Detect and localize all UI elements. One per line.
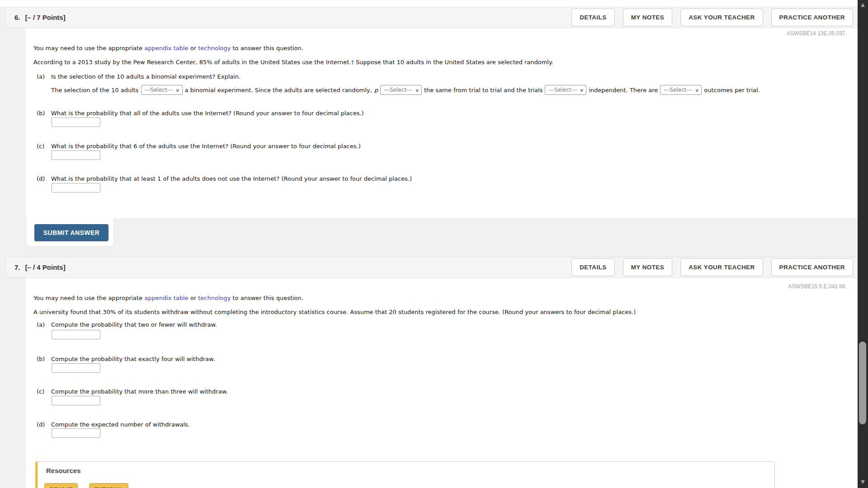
previous-question-bottom bbox=[0, 0, 858, 7]
select-value: ---Select--- bbox=[145, 86, 173, 94]
is-binomial-select[interactable]: ---Select---∨ bbox=[141, 85, 183, 95]
part-b: (b)What is the probability that all of t… bbox=[37, 109, 364, 117]
part-a: (a)Is the selection of the 10 adults a b… bbox=[37, 73, 241, 80]
select-value: ---Select--- bbox=[548, 86, 577, 94]
question-7-toolbar: DETAILS MY NOTES ASK YOUR TEACHER PRACTI… bbox=[571, 258, 853, 276]
technology-link[interactable]: technology bbox=[198, 295, 231, 301]
question-number: 7. bbox=[14, 263, 20, 271]
practice-another-button[interactable]: PRACTICE ANOTHER bbox=[771, 258, 853, 276]
part-b: (b)Compute the probability that exactly … bbox=[37, 355, 215, 363]
my-notes-button[interactable]: MY NOTES bbox=[623, 258, 672, 276]
question-points: [– / 7 Points] bbox=[25, 14, 66, 21]
p-variable: p bbox=[374, 86, 378, 94]
part-b-prompt: Compute the probability that exactly fou… bbox=[51, 356, 215, 362]
question-6-toolbar: DETAILS MY NOTES ASK YOUR TEACHER PRACTI… bbox=[571, 9, 853, 26]
ask-your-teacher-button[interactable]: ASK YOUR TEACHER bbox=[680, 9, 763, 26]
question-points: [– / 4 Points] bbox=[25, 263, 66, 271]
chevron-down-icon: ∨ bbox=[415, 86, 419, 94]
submit-answer-button[interactable]: SUBMIT ANSWER bbox=[34, 224, 108, 241]
part-c-label: (c) bbox=[37, 388, 51, 395]
appendix-table-link[interactable]: appendix table bbox=[144, 295, 188, 301]
part-a-prompt: Compute the probability that two or fewe… bbox=[51, 321, 217, 328]
part-a-label: (a) bbox=[37, 73, 51, 80]
ask-your-teacher-button[interactable]: ASK YOUR TEACHER bbox=[680, 258, 763, 276]
select-value: ---Select--- bbox=[384, 86, 412, 94]
question-text: A university found that 30% of its stude… bbox=[33, 308, 636, 316]
assignment-page: 6.[– / 7 Points] DETAILS MY NOTES ASK YO… bbox=[0, 0, 858, 488]
resources-buttons: READ IT TUTORIAL bbox=[44, 483, 128, 488]
appendix-table-link[interactable]: appendix table bbox=[144, 45, 188, 52]
question-6-header: 6.[– / 7 Points] DETAILS MY NOTES ASK YO… bbox=[5, 7, 858, 28]
part-a-label: (a) bbox=[37, 321, 51, 328]
part-b-answer-input[interactable] bbox=[52, 117, 100, 127]
part-d-label: (d) bbox=[37, 175, 51, 183]
part-d: (d)What is the probability that at least… bbox=[37, 175, 412, 183]
reference-code: ASWSBE14 13E.05.037. bbox=[787, 30, 847, 37]
part-a: (a)Compute the probability that two or f… bbox=[37, 321, 217, 328]
prereq-note: You may need to use the appropriate appe… bbox=[33, 44, 303, 52]
scroll-down-arrow[interactable]: ▼ bbox=[858, 479, 868, 485]
question-6-title: 6.[– / 7 Points] bbox=[14, 14, 66, 21]
select-value: ---Select--- bbox=[664, 86, 692, 94]
part-d-answer-input[interactable] bbox=[52, 428, 100, 438]
prereq-note: You may need to use the appropriate appe… bbox=[33, 294, 303, 302]
question-7-title: 7.[– / 4 Points] bbox=[14, 263, 66, 271]
question-6-body: ASWSBE14 13E.05.037. You may need to use… bbox=[26, 28, 858, 219]
question-number: 6. bbox=[14, 14, 20, 21]
part-c: (c)What is the probability that 6 of the… bbox=[37, 142, 361, 150]
part-b-label: (b) bbox=[37, 355, 51, 363]
scrollbar-thumb[interactable] bbox=[859, 342, 866, 424]
reference-code: ASWSBE15 5.E.041.MI. bbox=[788, 283, 847, 290]
part-a-answer-input[interactable] bbox=[52, 330, 100, 339]
outcomes-count-select[interactable]: ---Select---∨ bbox=[660, 85, 702, 95]
part-b-answer-input[interactable] bbox=[52, 363, 100, 373]
read-it-button[interactable]: READ IT bbox=[44, 483, 78, 488]
question-7-header: 7.[– / 4 Points] DETAILS MY NOTES ASK YO… bbox=[5, 257, 858, 278]
trials-independent-select[interactable]: ---Select---∨ bbox=[545, 85, 586, 95]
scrollbar[interactable]: ▲ ▼ bbox=[858, 0, 868, 488]
chevron-down-icon: ∨ bbox=[175, 86, 180, 94]
resources-title: Resources bbox=[46, 467, 81, 474]
part-d-label: (d) bbox=[37, 421, 51, 428]
resources-panel: Resources READ IT TUTORIAL bbox=[35, 461, 775, 488]
practice-another-button[interactable]: PRACTICE ANOTHER bbox=[771, 9, 853, 26]
part-d: (d)Compute the expected number of withdr… bbox=[37, 421, 190, 428]
part-a-prompt: Is the selection of the 10 adults a bino… bbox=[51, 73, 241, 80]
part-c-label: (c) bbox=[37, 142, 51, 150]
question-text: According to a 2013 study by the Pew Res… bbox=[33, 58, 553, 66]
details-button[interactable]: DETAILS bbox=[571, 9, 615, 26]
chevron-down-icon: ∨ bbox=[580, 86, 584, 94]
chevron-down-icon: ∨ bbox=[695, 86, 699, 94]
part-c: (c)Compute the probability that more tha… bbox=[37, 388, 228, 395]
part-d-prompt: Compute the expected number of withdrawa… bbox=[51, 421, 190, 428]
scroll-up-arrow[interactable]: ▲ bbox=[858, 2, 868, 8]
part-b-prompt: What is the probability that all of the … bbox=[51, 110, 364, 117]
technology-link[interactable]: technology bbox=[198, 45, 231, 52]
question-7-body: ASWSBE15 5.E.041.MI. You may need to use… bbox=[26, 278, 858, 488]
panel-divider bbox=[114, 219, 858, 219]
part-d-prompt: What is the probability that at least 1 … bbox=[51, 175, 412, 182]
part-c-prompt: What is the probability that 6 of the ad… bbox=[51, 143, 361, 150]
part-c-answer-input[interactable] bbox=[52, 150, 100, 160]
part-b-label: (b) bbox=[37, 109, 51, 117]
tutorial-button[interactable]: TUTORIAL bbox=[89, 483, 128, 488]
details-button[interactable]: DETAILS bbox=[571, 258, 615, 276]
part-c-prompt: Compute the probability that more than t… bbox=[51, 388, 228, 395]
my-notes-button[interactable]: MY NOTES bbox=[623, 9, 672, 26]
part-c-answer-input[interactable] bbox=[52, 396, 100, 405]
p-same-select[interactable]: ---Select---∨ bbox=[380, 85, 422, 95]
part-d-answer-input[interactable] bbox=[52, 183, 100, 192]
submit-tab: SUBMIT ANSWER bbox=[26, 219, 114, 247]
part-a-answer-sentence: The selection of the 10 adults ---Select… bbox=[51, 85, 760, 95]
